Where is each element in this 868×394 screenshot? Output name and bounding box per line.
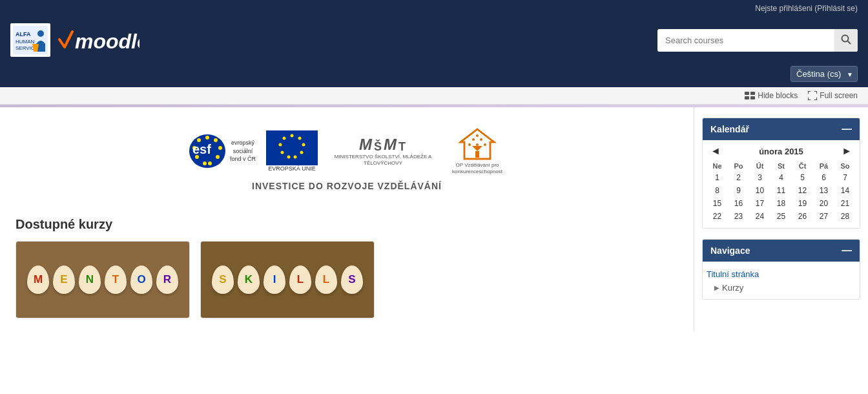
svg-rect-43 xyxy=(475,151,479,158)
courses-row: M E N T O R S xyxy=(16,241,678,318)
lang-bar: Čeština (cs) xyxy=(0,63,868,87)
cal-day-so: So xyxy=(834,161,856,171)
calendar-tbody: 1234567 891011121314 15161718192021 2223… xyxy=(707,171,856,223)
calendar-header: Kalendář — xyxy=(703,118,860,140)
svg-point-38 xyxy=(480,138,482,141)
svg-point-40 xyxy=(476,143,479,146)
cal-day-ct: Čt xyxy=(792,161,813,171)
egg-N: N xyxy=(79,265,101,294)
esf-circle-icon: esf xyxy=(187,133,227,169)
svg-text:ALFA: ALFA xyxy=(16,31,31,37)
svg-point-41 xyxy=(484,143,486,146)
esf-label1: evropský xyxy=(230,139,256,147)
calendar-table: Ne Po Út St Čt Pá So 1234567 xyxy=(707,161,856,223)
esf-logos: esf evropský sociální fond v ČR xyxy=(16,127,678,176)
svg-point-15 xyxy=(218,146,222,150)
full-screen-button[interactable]: Full screen xyxy=(808,91,858,100)
investice-text: INVESTICE DO ROZVOJE VZDĚLÁVÁNÍ xyxy=(16,181,678,191)
esf-banner: esf evropský sociální fond v ČR xyxy=(16,120,678,202)
op-vzdel-box: OP Vzdělávání pro konkurenceschopnost xyxy=(448,127,506,176)
mentor-egg-letters: M E N T O R xyxy=(27,265,178,294)
search-input[interactable] xyxy=(657,30,834,50)
msmt-label: MINISTERSTVO ŠKOLSTVÍ, MLÁDEŽE A TĚLOVÝC… xyxy=(328,154,438,167)
svg-point-13 xyxy=(205,136,209,140)
svg-line-7 xyxy=(847,41,851,44)
search-icon xyxy=(841,34,851,45)
course-card-img-skills: S K I L L S xyxy=(201,242,374,318)
svg-rect-8 xyxy=(745,92,749,95)
moodle-logo-svg: moodle xyxy=(56,26,140,54)
calendar-next-button[interactable]: ► xyxy=(838,145,856,157)
navigation-title: Navigace xyxy=(710,245,750,256)
svg-point-16 xyxy=(216,155,220,159)
site-logo[interactable]: ALFA HUMAN SERVICE xyxy=(10,23,50,57)
hide-blocks-label: Hide blocks xyxy=(758,91,798,100)
table-row: 891011121314 xyxy=(707,184,856,197)
egg-I: I xyxy=(264,265,285,294)
full-screen-label: Full screen xyxy=(820,91,858,100)
login-link[interactable]: Přihlásit se xyxy=(817,4,855,13)
nav-courses-item[interactable]: ▶ Kurzy xyxy=(707,282,856,294)
hide-blocks-button[interactable]: Hide blocks xyxy=(745,91,798,100)
cal-day-st: St xyxy=(770,161,792,171)
course-card-skills[interactable]: S K I L L S xyxy=(200,241,375,318)
moodle-logo: moodle xyxy=(56,26,140,54)
nav-courses-arrow: ▶ xyxy=(714,284,719,291)
sidebar: Kalendář — ◄ února 2015 ► Ne Po Út St xyxy=(694,107,868,331)
esf-label3: fond v ČR xyxy=(230,155,256,163)
svg-point-26 xyxy=(302,143,305,146)
svg-text:moodle: moodle xyxy=(75,30,140,53)
svg-point-27 xyxy=(300,150,304,154)
courses-section-title: Dostupné kurzy xyxy=(16,217,678,232)
svg-text:esf: esf xyxy=(192,142,211,156)
calendar-header-row: Ne Po Út St Čt Pá So xyxy=(707,161,856,171)
mentor-img-bg: M E N T O R xyxy=(16,242,189,318)
cal-day-pa: Pá xyxy=(813,161,834,171)
login-text-end: ) xyxy=(855,4,858,13)
top-bar: Nejste přihlášeni (Přihlásit se) xyxy=(0,0,868,17)
svg-point-31 xyxy=(279,143,282,146)
navigation-body: Titulní stránka ▶ Kurzy xyxy=(703,262,860,299)
main-container: esf evropský sociální fond v ČR xyxy=(0,107,868,331)
egg-L1: L xyxy=(289,265,311,294)
egg-L2: L xyxy=(315,265,337,294)
nav-courses-label: Kurzy xyxy=(722,283,743,293)
navigation-collapse-icon[interactable]: — xyxy=(842,245,852,256)
hide-blocks-icon xyxy=(745,92,755,99)
egg-E: E xyxy=(53,265,75,294)
svg-point-28 xyxy=(294,155,297,158)
op-vzdel-icon xyxy=(455,127,499,162)
svg-point-39 xyxy=(468,143,471,146)
svg-point-30 xyxy=(281,150,284,154)
eu-flag-box: EVROPSKÁ UNIE xyxy=(266,130,318,172)
cal-day-ne: Ne xyxy=(707,161,728,171)
svg-point-36 xyxy=(476,134,479,137)
svg-point-18 xyxy=(203,161,207,165)
svg-rect-11 xyxy=(750,96,755,99)
cal-day-po: Po xyxy=(728,161,749,171)
table-row: 15161718192021 xyxy=(707,197,856,210)
content-area: esf evropský sociální fond v ČR xyxy=(0,107,694,331)
calendar-month: února 2015 xyxy=(759,147,803,156)
skills-img-bg: S K I L L S xyxy=(201,242,374,318)
egg-K: K xyxy=(238,265,260,294)
svg-point-29 xyxy=(287,155,291,158)
svg-point-4 xyxy=(37,30,44,37)
full-screen-icon xyxy=(808,91,817,100)
table-row: 22232425262728 xyxy=(707,210,856,223)
nav-home-link[interactable]: Titulní stránka xyxy=(707,267,856,282)
calendar-collapse-icon[interactable]: — xyxy=(842,123,852,135)
language-selector[interactable]: Čeština (cs) xyxy=(790,66,858,82)
svg-point-14 xyxy=(214,138,218,142)
search-button[interactable] xyxy=(834,29,858,52)
svg-point-25 xyxy=(298,136,302,140)
op-label: OP Vzdělávání pro konkurenceschopnost xyxy=(448,162,506,176)
msmt-box: M Š M T MINISTERSTVO ŠKOLSTVÍ, MLÁDEŽE A… xyxy=(328,136,438,167)
calendar-body: ◄ února 2015 ► Ne Po Út St Čt Pá So xyxy=(703,140,860,228)
course-card-mentor[interactable]: M E N T O R xyxy=(16,241,190,318)
calendar-widget: Kalendář — ◄ února 2015 ► Ne Po Út St xyxy=(702,118,860,229)
calendar-prev-button[interactable]: ◄ xyxy=(707,145,725,157)
course-card-img-mentor: M E N T O R xyxy=(16,242,189,318)
egg-T: T xyxy=(105,265,127,294)
eu-label: EVROPSKÁ UNIE xyxy=(268,165,316,172)
